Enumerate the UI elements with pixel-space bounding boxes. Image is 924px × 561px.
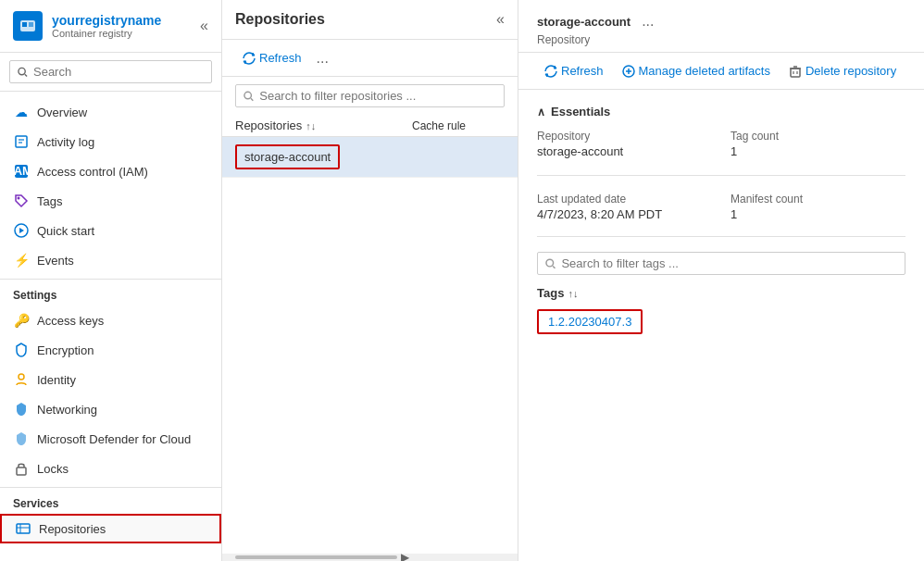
essentials-item-manifest: Manifest count 1 [730,193,905,221]
middle-header: Repositories « [222,0,518,40]
networking-icon [13,401,30,418]
key-icon: 🔑 [13,312,30,329]
svg-rect-2 [29,22,33,27]
right-content: ∧ Essentials Repository storage-account … [518,90,924,561]
sidebar-item-activity-log[interactable]: Activity log [0,127,221,156]
middle-title: Repositories [235,11,325,28]
refresh-icon [243,52,256,65]
essentials-grid: Repository storage-account Tag count 1 L… [537,130,905,221]
filter-search-box[interactable] [235,84,505,107]
app-container: yourregistryname Container registry « ☁ … [0,0,924,561]
essentials-chevron: ∧ [537,106,545,118]
identity-icon [13,371,30,388]
svg-point-10 [18,197,20,200]
settings-section-title: Settings [0,279,221,305]
right-refresh-button[interactable]: Refresh [537,60,611,81]
essentials-title: ∧ Essentials [537,105,905,118]
filter-search-icon [243,91,254,102]
col-cache-rule: Cache rule [412,119,505,132]
repositories-icon [15,520,31,537]
tags-sort-icon: ↑↓ [568,288,578,299]
table-row[interactable]: storage-account [222,137,518,178]
right-toolbar: Refresh Manage deleted artifacts Delete … [518,53,924,90]
encryption-icon [13,342,30,358]
sidebar-item-networking[interactable]: Networking [0,394,221,424]
sidebar-item-label: Access keys [37,314,104,328]
right-panel: storage-account ... Repository Refresh M… [518,0,924,561]
sidebar-item-events[interactable]: ⚡ Events [0,245,221,275]
sidebar-collapse-button[interactable]: « [200,18,208,34]
defender-icon [13,430,30,447]
sidebar-item-label: Locks [37,462,69,476]
manage-deleted-artifacts-button[interactable]: Manage deleted artifacts [615,60,778,81]
tags-icon [13,193,30,209]
essentials-item-updated: Last updated date 4/7/2023, 8:20 AM PDT [537,193,712,221]
sidebar-item-identity[interactable]: Identity [0,365,221,394]
manage-icon [622,65,635,78]
right-subtitle: Repository [537,33,905,46]
middle-search-area [222,77,518,115]
tag-search-box[interactable] [537,252,905,275]
registry-name: yourregistryname [52,13,161,28]
repository-name-bordered: storage-account [235,144,340,169]
filter-repositories-input[interactable] [259,89,496,103]
refresh-icon [544,65,557,78]
svg-point-3 [19,68,25,74]
events-icon: ⚡ [13,252,30,268]
sidebar-item-overview[interactable]: ☁ Overview [0,97,221,127]
right-more-button[interactable]: ... [638,11,657,31]
svg-line-28 [553,266,555,268]
tag-item[interactable]: 1.2.20230407.3 [537,309,643,334]
middle-more-button[interactable]: ... [313,48,332,69]
sidebar: yourregistryname Container registry « ☁ … [0,0,222,561]
quick-start-icon [13,222,30,239]
sidebar-item-repositories[interactable]: Repositories [0,514,221,543]
svg-line-18 [251,98,253,100]
delete-repository-button[interactable]: Delete repository [781,60,904,81]
sidebar-item-quick-start[interactable]: Quick start [0,216,221,245]
tags-section-title: Tags ↑↓ [537,286,905,300]
sidebar-item-label: Access control (IAM) [37,165,148,179]
sidebar-nav: ☁ Overview Activity log IAM Access contr… [0,92,221,561]
search-icon [18,67,28,78]
sidebar-item-label: Events [37,254,74,268]
access-control-icon: IAM [13,163,30,180]
sidebar-item-access-keys[interactable]: 🔑 Access keys [0,305,221,335]
svg-text:IAM: IAM [14,164,29,178]
sidebar-item-locks[interactable]: Locks [0,454,221,483]
sidebar-item-access-control[interactable]: IAM Access control (IAM) [0,156,221,186]
sort-icon: ↑↓ [306,120,316,131]
sidebar-search-box[interactable] [9,60,212,83]
table-header: Repositories ↑↓ Cache rule [222,115,518,137]
sidebar-item-encryption[interactable]: Encryption [0,335,221,365]
middle-toolbar: Refresh ... [222,40,518,77]
right-panel-title-area: storage-account ... [537,11,905,31]
sidebar-item-label: Identity [37,373,76,387]
svg-rect-22 [791,69,800,77]
sidebar-item-label: Encryption [37,343,94,357]
right-title-text: storage-account [537,15,631,29]
tag-filter-input[interactable] [561,256,897,270]
middle-refresh-button[interactable]: Refresh [235,47,309,69]
registry-type: Container registry [52,28,161,39]
middle-collapse-button[interactable]: « [496,11,505,28]
tag-search-icon [545,258,556,269]
sidebar-item-label: Activity log [37,135,94,149]
svg-point-12 [19,374,24,380]
essentials-section: ∧ Essentials Repository storage-account … [537,105,905,237]
svg-line-4 [25,74,27,76]
right-header: storage-account ... Repository [518,0,924,53]
svg-point-17 [244,92,251,98]
sidebar-item-defender[interactable]: Microsoft Defender for Cloud [0,424,221,454]
essentials-item-repo: Repository storage-account [537,130,712,158]
search-input[interactable] [33,65,204,79]
svg-rect-13 [17,468,26,475]
horizontal-scrollbar[interactable]: ▶ [222,554,518,561]
lock-icon [13,460,30,477]
scrollbar-thumb[interactable] [235,555,397,559]
essentials-divider [537,175,905,176]
sidebar-item-label: Overview [37,106,87,119]
sidebar-item-tags[interactable]: Tags [0,186,221,216]
sidebar-item-label: Networking [37,403,97,417]
sidebar-item-label: Quick start [37,224,94,238]
